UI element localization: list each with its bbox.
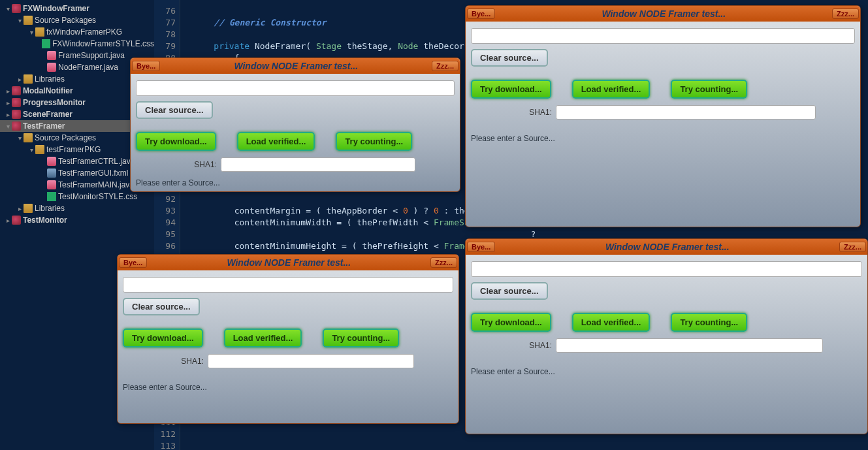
try-counting-button[interactable]: Try counting...	[323, 329, 399, 347]
try-counting-button[interactable]: Try counting...	[671, 313, 747, 332]
test-framer-dialog[interactable]: Bye...Window NODE Framer test...Zzz...Cl…	[465, 5, 861, 227]
tree-twisty-icon[interactable]: ▸	[4, 217, 12, 224]
tree-label: fxWindowFramerPKG	[46, 27, 122, 37]
test-framer-dialog[interactable]: Bye...Window NODE Framer test...Zzz...Cl…	[117, 254, 459, 424]
source-input[interactable]	[471, 261, 862, 277]
clear-source-button[interactable]: Clear source...	[471, 49, 548, 67]
tree-label: NodeFramer.java	[58, 63, 118, 72]
tree-twisty-icon[interactable]: ▸	[16, 76, 24, 83]
tree-label: Source Packages	[35, 16, 96, 25]
minimize-button[interactable]: Zzz...	[832, 8, 859, 19]
line-number: 113	[154, 440, 176, 450]
action-row: Try download...Load verified...Try count…	[136, 132, 455, 151]
tree-twisty-icon[interactable]: ▸	[4, 88, 12, 95]
tree-label: Libraries	[35, 74, 65, 84]
tree-twisty-icon[interactable]: ▾	[16, 17, 24, 24]
tree-twisty-icon[interactable]: ▸	[16, 205, 24, 212]
tree-label: FXWindowFramer	[23, 4, 89, 13]
try-download-button[interactable]: Try download...	[136, 132, 216, 151]
tree-item[interactable]: ▾fxWindowFramerPKG	[0, 26, 154, 38]
sha-label: SHA1:	[123, 357, 208, 366]
folder-icon	[24, 16, 33, 25]
line-number: 76	[154, 5, 176, 17]
dialog-title: Window NODE Framer test...	[147, 257, 430, 268]
load-verified-button[interactable]: Load verified...	[224, 329, 302, 347]
action-row: Try download...Load verified...Try count…	[471, 313, 862, 332]
tree-label: ProgressMonitor	[23, 98, 86, 107]
tree-twisty-icon[interactable]: ▸	[4, 99, 12, 106]
line-number: 79	[154, 40, 176, 52]
tree-item[interactable]: ▾FXWindowFramer	[0, 3, 154, 14]
dialog-titlebar[interactable]: Bye...Window NODE Framer test...Zzz...	[466, 239, 867, 255]
java-icon	[47, 180, 56, 189]
tree-label: TestFramerMAIN.java	[58, 180, 134, 189]
clear-source-button[interactable]: Clear source...	[136, 101, 213, 119]
dialog-titlebar[interactable]: Bye...Window NODE Framer test...Zzz...	[131, 58, 460, 74]
line-number: 96	[154, 240, 176, 252]
try-counting-button[interactable]: Try counting...	[336, 132, 412, 151]
try-download-button[interactable]: Try download...	[471, 80, 551, 99]
status-text: Please enter a Source...	[471, 367, 862, 376]
dialog-title: Window NODE Framer test...	[495, 8, 832, 19]
folder-p-icon	[35, 27, 44, 37]
tree-label: SceneFramer	[23, 110, 72, 119]
tree-twisty-icon[interactable]: ▸	[4, 111, 12, 118]
project-icon	[12, 110, 21, 119]
minimize-button[interactable]: Zzz...	[839, 242, 866, 252]
code-line[interactable]	[193, 440, 633, 450]
tree-twisty-icon[interactable]: ▾	[27, 29, 35, 36]
line-number: 93	[154, 205, 176, 217]
dialog-title: Window NODE Framer test...	[160, 61, 432, 71]
minimize-button[interactable]: Zzz...	[432, 61, 458, 71]
source-input[interactable]	[123, 277, 453, 293]
tree-twisty-icon[interactable]: ▾	[16, 135, 24, 142]
status-text: Please enter a Source...	[136, 178, 455, 187]
action-row: Try download...Load verified...Try count…	[471, 80, 855, 99]
folder-icon	[24, 74, 33, 84]
line-number: 94	[154, 217, 176, 229]
close-button[interactable]: Bye...	[119, 257, 147, 268]
minimize-button[interactable]: Zzz...	[430, 257, 457, 268]
dialog-body: Clear source...Try download...Load verif…	[131, 74, 460, 191]
dialog-titlebar[interactable]: Bye...Window NODE Framer test...Zzz...	[118, 255, 458, 270]
tree-item[interactable]: ▸TestMonitor	[0, 214, 154, 226]
source-input[interactable]	[471, 28, 855, 44]
tree-item[interactable]: ▾Source Packages	[0, 14, 154, 26]
sha-input[interactable]	[556, 338, 823, 353]
tree-item[interactable]: FXWindowFramerSTYLE.css	[0, 38, 154, 50]
tree-item[interactable]: TestMonitorSTYLE.css	[0, 191, 154, 202]
tree-twisty-icon[interactable]: ▾	[4, 5, 12, 12]
sha-input[interactable]	[221, 157, 415, 172]
load-verified-button[interactable]: Load verified...	[572, 313, 651, 332]
close-button[interactable]: Bye...	[467, 8, 495, 19]
try-download-button[interactable]: Try download...	[123, 329, 203, 347]
test-framer-dialog[interactable]: Bye...Window NODE Framer test...Zzz...Cl…	[130, 57, 460, 192]
sha-row: SHA1:	[136, 157, 455, 172]
dialog-title: Window NODE Framer test...	[495, 242, 839, 252]
folder-icon	[24, 204, 33, 213]
sha-input[interactable]	[208, 354, 414, 368]
project-icon	[12, 216, 21, 225]
clear-source-button[interactable]: Clear source...	[123, 298, 200, 315]
close-button[interactable]: Bye...	[467, 242, 495, 252]
try-download-button[interactable]: Try download...	[471, 313, 551, 332]
clear-source-button[interactable]: Clear source...	[471, 282, 548, 300]
project-icon	[12, 4, 21, 13]
tree-label: TestFramer	[23, 121, 65, 131]
sha-input[interactable]	[556, 105, 816, 120]
java-icon	[47, 157, 56, 166]
load-verified-button[interactable]: Load verified...	[237, 132, 315, 151]
line-number: 78	[154, 29, 176, 40]
load-verified-button[interactable]: Load verified...	[572, 80, 651, 99]
line-number: 77	[154, 17, 176, 29]
source-input[interactable]	[136, 80, 455, 96]
close-button[interactable]: Bye...	[132, 61, 160, 71]
tree-twisty-icon[interactable]: ▾	[4, 123, 12, 130]
test-framer-dialog[interactable]: Bye...Window NODE Framer test...Zzz...Cl…	[465, 238, 868, 434]
status-text: Please enter a Source...	[123, 383, 453, 392]
dialog-body: Clear source...Try download...Load verif…	[118, 270, 458, 396]
tree-twisty-icon[interactable]: ▾	[27, 146, 35, 153]
tree-item[interactable]: ▸Libraries	[0, 202, 154, 214]
try-counting-button[interactable]: Try counting...	[671, 80, 747, 99]
dialog-titlebar[interactable]: Bye...Window NODE Framer test...Zzz...	[466, 6, 860, 22]
